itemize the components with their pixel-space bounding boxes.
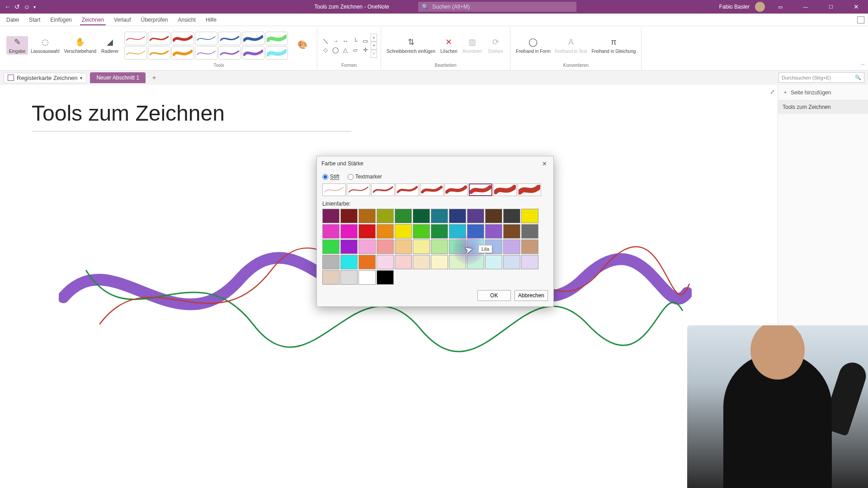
cancel-button[interactable]: Abbrechen xyxy=(514,290,548,301)
radio-highlighter-input[interactable] xyxy=(348,174,354,180)
color-swatch[interactable] xyxy=(503,224,520,239)
color-swatch[interactable] xyxy=(377,224,394,239)
shape-gallery[interactable]: ＼ → ↔ └ ▭ ◇ ◯ △ ▱ ✛ xyxy=(321,37,370,54)
tab-home[interactable]: Start xyxy=(24,15,45,25)
pen-swatch[interactable] xyxy=(218,32,241,45)
minimize-button[interactable]: — xyxy=(796,0,816,14)
color-swatch[interactable] xyxy=(431,209,448,223)
tab-help[interactable]: Hilfe xyxy=(201,15,221,25)
color-swatch[interactable] xyxy=(359,270,376,285)
radio-highlighter[interactable]: Textmarker xyxy=(348,174,382,180)
pen-gallery[interactable] xyxy=(124,32,288,60)
color-swatch[interactable] xyxy=(395,239,412,254)
color-swatch[interactable] xyxy=(449,209,466,223)
color-swatch[interactable] xyxy=(322,255,340,269)
color-swatch[interactable] xyxy=(377,270,394,285)
shape-parallelogram[interactable]: ▱ xyxy=(351,46,360,54)
pen-swatch[interactable] xyxy=(195,46,217,60)
add-section-button[interactable]: ＋ xyxy=(149,73,159,83)
color-swatch[interactable] xyxy=(467,255,484,269)
pen-swatch[interactable] xyxy=(124,46,147,60)
close-button[interactable]: ✕ xyxy=(846,0,866,14)
thickness-swatch[interactable] xyxy=(420,183,443,196)
color-swatch[interactable] xyxy=(359,255,376,269)
color-swatch[interactable] xyxy=(521,224,538,239)
color-swatch[interactable] xyxy=(340,270,358,285)
tab-review[interactable]: Überprüfen xyxy=(136,15,172,25)
eraser-button[interactable]: ◢Radierer xyxy=(99,36,121,55)
color-swatch[interactable] xyxy=(413,224,430,239)
page-title[interactable]: Tools zum Zeichnen xyxy=(32,101,351,131)
color-swatch[interactable] xyxy=(340,209,358,223)
shape-gallery-scroll[interactable]: ▴▾▿ xyxy=(371,33,377,58)
color-swatch[interactable] xyxy=(521,209,538,223)
maximize-button[interactable]: ☐ xyxy=(821,0,841,14)
pen-swatch[interactable] xyxy=(242,32,264,45)
pen-swatch[interactable] xyxy=(218,46,241,60)
thickness-swatch[interactable] xyxy=(396,183,419,196)
color-swatch[interactable] xyxy=(395,209,412,223)
page-search[interactable]: Durchsuchen (Strg+E) 🔍 xyxy=(778,72,864,83)
tab-insert[interactable]: Einfügen xyxy=(46,15,76,25)
shape-axes[interactable]: ✛ xyxy=(361,46,370,54)
ink-to-math-button[interactable]: πFreihand in Gleichung xyxy=(590,36,637,55)
color-swatch[interactable] xyxy=(359,209,376,223)
color-swatch[interactable] xyxy=(377,255,394,269)
thickness-swatch[interactable] xyxy=(444,183,468,196)
touch-mode-icon[interactable]: ☺ xyxy=(24,3,30,10)
pen-swatch[interactable] xyxy=(265,46,288,60)
user-name[interactable]: Fabio Basler xyxy=(719,4,750,10)
tab-view[interactable]: Ansicht xyxy=(174,15,200,25)
color-swatch[interactable] xyxy=(322,209,340,223)
color-swatch[interactable] xyxy=(340,239,358,254)
thickness-swatch[interactable] xyxy=(347,183,370,196)
tab-history[interactable]: Verlauf xyxy=(109,15,135,25)
ribbon-mode-icon[interactable]: ▭ xyxy=(770,0,790,14)
dialog-close-button[interactable]: ✕ xyxy=(540,159,549,168)
tab-file[interactable]: Datei xyxy=(2,15,24,25)
color-swatch[interactable] xyxy=(322,224,340,239)
ok-button[interactable]: OK xyxy=(477,290,511,301)
pen-swatch[interactable] xyxy=(242,46,264,60)
pan-button[interactable]: ✋Verschiebehand xyxy=(62,36,98,55)
color-swatch[interactable] xyxy=(322,270,340,285)
collapse-ribbon-icon[interactable]: ﹀ xyxy=(861,62,865,68)
insert-space-button[interactable]: ⇅Schreibbereich einfügen xyxy=(385,36,437,55)
color-swatch[interactable] xyxy=(503,239,520,254)
pen-swatch[interactable] xyxy=(148,46,170,60)
color-swatch[interactable] xyxy=(503,209,520,223)
search-box[interactable]: 🔍 Suchen (Alt+M) xyxy=(418,2,576,12)
page-list-item[interactable]: Tools zum Zeichnen xyxy=(778,100,868,114)
color-swatch[interactable] xyxy=(322,239,340,254)
color-swatch[interactable] xyxy=(431,255,448,269)
avatar[interactable] xyxy=(755,2,765,12)
pen-swatch[interactable] xyxy=(171,32,194,45)
color-swatch[interactable] xyxy=(377,239,394,254)
pen-swatch[interactable] xyxy=(171,46,194,60)
pen-swatch[interactable] xyxy=(124,32,147,45)
input-mode-button[interactable]: ✎Eingabe xyxy=(6,36,28,55)
color-swatch[interactable] xyxy=(377,209,394,223)
color-swatch[interactable] xyxy=(521,239,538,254)
color-swatch[interactable] xyxy=(413,209,430,223)
shape-diamond[interactable]: ◇ xyxy=(321,46,330,54)
color-swatch[interactable] xyxy=(395,224,412,239)
color-swatch[interactable] xyxy=(359,224,376,239)
thickness-swatch[interactable] xyxy=(322,183,346,196)
radio-pen-input[interactable] xyxy=(322,174,328,180)
pen-swatch[interactable] xyxy=(265,32,288,45)
thickness-swatch[interactable] xyxy=(493,183,517,196)
qat-more-icon[interactable]: ▾ xyxy=(33,5,36,9)
back-icon[interactable]: ← xyxy=(5,3,11,10)
color-swatch[interactable] xyxy=(340,255,358,269)
color-swatch[interactable] xyxy=(521,255,538,269)
thickness-swatch[interactable] xyxy=(469,183,492,196)
color-thickness-button[interactable]: 🎨 xyxy=(292,39,313,52)
shape-elbow[interactable]: └ xyxy=(351,37,360,45)
thickness-swatch[interactable] xyxy=(371,183,395,196)
delete-button[interactable]: ✕Löschen xyxy=(438,36,460,55)
shape-triangle[interactable]: △ xyxy=(341,46,350,54)
shape-double-arrow[interactable]: ↔ xyxy=(341,37,350,45)
color-swatch[interactable] xyxy=(467,209,484,223)
share-icon[interactable] xyxy=(857,16,864,23)
